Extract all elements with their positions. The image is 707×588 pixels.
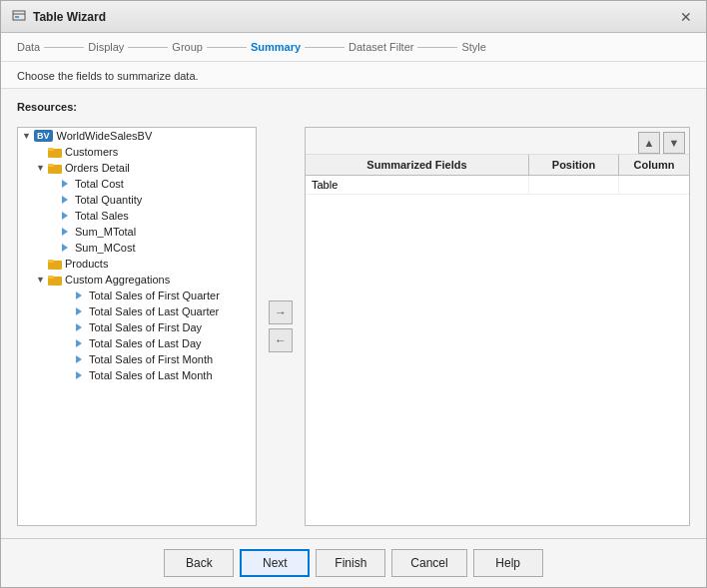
svg-rect-0 [13, 11, 25, 20]
field-icon-total-quantity [62, 196, 72, 204]
folder-icon-customers [48, 146, 62, 158]
tree-item-orders-detail[interactable]: ▼ Orders Detail [18, 160, 256, 176]
step-summary: Summary [251, 41, 301, 53]
field-icon-tsales-fq [76, 292, 86, 299]
step-display: Display [88, 41, 124, 53]
summarized-fields-body: Table [306, 176, 689, 525]
field-icon-tsales-fm [76, 355, 86, 363]
tree-item-tsales-fm[interactable]: Total Sales of First Month [18, 351, 256, 367]
main-content: Resources: ▼ BV WorldWideSalesBV [1, 89, 706, 538]
field-icon-total-sales [62, 212, 72, 220]
field-icon-tsales-fd [76, 323, 86, 331]
tree-item-tsales-lm[interactable]: Total Sales of Last Month [18, 367, 256, 383]
tree-item-custom-agg[interactable]: ▼ Custom Aggregations [18, 272, 256, 288]
step-style: Style [461, 41, 485, 53]
expand-arrow-bv: ▼ [22, 131, 32, 141]
tree-item-products[interactable]: Products [18, 256, 256, 272]
field-icon-tsales-lm [76, 371, 86, 379]
svg-rect-4 [48, 148, 54, 151]
tree-item-tsales-fd[interactable]: Total Sales of First Day [18, 319, 256, 335]
folder-icon-products [48, 258, 62, 270]
field-icon-tsales-lq [76, 307, 86, 315]
wizard-icon [11, 9, 27, 25]
move-down-button[interactable]: ▼ [663, 132, 685, 154]
summarized-fields-header: Summarized Fields Position Column [306, 155, 689, 176]
title-bar: Table Wizard ✕ [1, 1, 706, 33]
col-summarized-fields: Summarized Fields [306, 155, 529, 175]
footer: Back Next Finish Cancel Help [1, 538, 706, 587]
tree-item-customers[interactable]: Customers [18, 144, 256, 160]
field-icon-sum-mtotal [62, 228, 72, 236]
steps-bar: Data Display Group Summary Dataset Filte… [1, 33, 706, 62]
step-divider-1 [44, 47, 84, 48]
help-button[interactable]: Help [473, 549, 543, 577]
tree-item-sum-mcost[interactable]: Sum_MCost [18, 240, 256, 256]
step-data: Data [17, 41, 40, 53]
step-group: Group [172, 41, 203, 53]
field-icon-tsales-ld [76, 339, 86, 347]
table-row-column [619, 176, 689, 194]
move-left-button[interactable]: ← [269, 328, 293, 352]
table-row-position [529, 176, 619, 194]
step-dataset-filter: Dataset Filter [349, 41, 413, 53]
table-row-field: Table [306, 176, 529, 194]
svg-rect-6 [48, 164, 54, 167]
folder-icon-custom-agg [48, 274, 62, 286]
tree-item-total-sales[interactable]: Total Sales [18, 208, 256, 224]
close-button[interactable]: ✕ [676, 7, 696, 27]
step-divider-2 [128, 47, 168, 48]
dialog-title: Table Wizard [33, 10, 106, 24]
cancel-button[interactable]: Cancel [391, 549, 466, 577]
tree-item-tsales-ld[interactable]: Total Sales of Last Day [18, 335, 256, 351]
field-icon-total-cost [62, 180, 72, 188]
next-button[interactable]: Next [240, 549, 310, 577]
resources-label: Resources: [17, 101, 690, 113]
dialog: Table Wizard ✕ Data Display Group Summar… [0, 0, 707, 588]
move-right-button[interactable]: → [269, 300, 293, 324]
subtitle: Choose the fields to summarize data. [1, 62, 706, 89]
step-divider-5 [417, 47, 457, 48]
col-column: Column [619, 155, 689, 175]
svg-rect-2 [15, 16, 19, 18]
step-divider-4 [305, 47, 345, 48]
svg-rect-10 [48, 276, 54, 279]
step-divider-3 [207, 47, 247, 48]
tree-item-tsales-fq[interactable]: Total Sales of First Quarter [18, 288, 256, 303]
back-button[interactable]: Back [164, 549, 234, 577]
field-icon-sum-mcost [62, 244, 72, 252]
table-row: Table [306, 176, 689, 195]
summarized-fields-panel: ▲ ▼ Summarized Fields Position Column Ta… [305, 127, 690, 526]
tree-item-tsales-lq[interactable]: Total Sales of Last Quarter [18, 303, 256, 319]
panels-row: ▼ BV WorldWideSalesBV Customers [17, 127, 690, 526]
move-up-button[interactable]: ▲ [638, 132, 660, 154]
tree-item-total-cost[interactable]: Total Cost [18, 176, 256, 192]
finish-button[interactable]: Finish [316, 549, 385, 577]
tree-panel: ▼ BV WorldWideSalesBV Customers [17, 127, 257, 526]
folder-icon-orders [48, 162, 62, 174]
svg-rect-8 [48, 260, 54, 263]
tree-item-total-quantity[interactable]: Total Quantity [18, 192, 256, 208]
transfer-controls: → ← [265, 127, 297, 526]
col-position: Position [529, 155, 619, 175]
tree-item-sum-mtotal[interactable]: Sum_MTotal [18, 224, 256, 240]
tree-item-bv-root[interactable]: ▼ BV WorldWideSalesBV [18, 128, 256, 144]
